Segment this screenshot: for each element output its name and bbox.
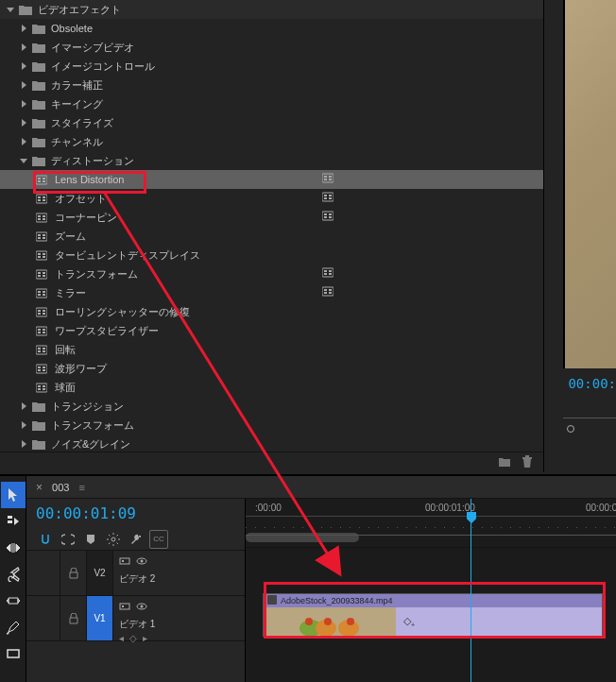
new-bin-icon[interactable] (498, 455, 511, 470)
effects-category-row[interactable]: Obsolete (0, 19, 543, 38)
effects-category-row[interactable]: チャンネル (0, 132, 543, 151)
category-label: チャンネル (51, 135, 103, 149)
svg-rect-5 (322, 174, 334, 182)
clip-thumbnail (264, 607, 396, 637)
close-icon[interactable]: × (36, 481, 43, 494)
category-label: イマーシブビデオ (51, 41, 134, 55)
effects-category-row[interactable]: イメージコントロール (0, 57, 543, 76)
eye-icon[interactable] (136, 601, 147, 614)
svg-rect-33 (43, 234, 45, 236)
effect-preset-icon (36, 250, 49, 261)
monitor-scrubber[interactable] (563, 406, 616, 435)
folder-icon (32, 137, 45, 147)
category-label: イメージコントロール (51, 60, 155, 74)
svg-rect-91 (120, 604, 129, 609)
track-target-toggle[interactable]: V1 (87, 596, 113, 640)
svg-rect-52 (38, 294, 41, 296)
track-header-row: V1 ビデオ 1 ◂◇▸ (26, 596, 245, 641)
svg-rect-67 (38, 332, 41, 333)
effects-category-row[interactable]: カラー補正 (0, 76, 543, 94)
source-patch[interactable] (26, 596, 60, 640)
sequence-name[interactable]: 003 (52, 482, 69, 493)
chevron-right-icon (17, 400, 30, 413)
effects-category-row[interactable]: スタイライズ (0, 113, 543, 132)
gpu-accelerated-icon (322, 173, 335, 186)
trash-icon[interactable] (521, 455, 534, 470)
chevron-right-icon (17, 135, 30, 148)
effects-category-row[interactable]: ディストーション (0, 151, 543, 170)
svg-rect-12 (38, 199, 41, 201)
effect-preset-icon (36, 213, 49, 223)
svg-rect-35 (36, 251, 47, 260)
svg-rect-22 (38, 218, 41, 220)
track-name[interactable]: ビデオ 1 (119, 618, 155, 631)
svg-rect-53 (43, 291, 45, 293)
effects-category-row[interactable]: キーイング (0, 94, 543, 113)
effect-preset-icon (36, 194, 49, 204)
lock-icon[interactable] (60, 596, 87, 640)
track-label-area: ビデオ 1 ◂◇▸ (113, 596, 245, 640)
svg-rect-37 (38, 256, 41, 258)
effect-preset-icon (36, 383, 49, 393)
svg-rect-39 (43, 256, 45, 258)
snap-icon[interactable] (36, 530, 55, 549)
effect-preset-icon (36, 231, 49, 242)
keyframe-nav[interactable]: ◂◇▸ (119, 633, 239, 643)
svg-rect-80 (36, 384, 47, 392)
svg-rect-34 (43, 237, 45, 239)
program-monitor-fragment (563, 0, 616, 368)
rectangle-tool[interactable] (1, 640, 26, 667)
track-select-tool[interactable] (1, 508, 26, 535)
selection-tool[interactable] (1, 482, 26, 508)
panel-menu-icon[interactable]: ≡ (78, 482, 84, 493)
slip-tool[interactable] (1, 588, 26, 614)
svg-rect-10 (36, 195, 47, 203)
svg-rect-60 (36, 308, 47, 316)
svg-point-101 (324, 618, 332, 625)
svg-rect-8 (329, 176, 332, 178)
sync-lock-icon[interactable] (119, 601, 130, 614)
playhead-line (471, 499, 471, 682)
effects-category-row[interactable]: イマーシブビデオ (0, 38, 543, 57)
svg-rect-73 (43, 348, 45, 350)
effect-label: 回転 (55, 343, 76, 357)
svg-point-102 (347, 618, 354, 625)
effect-preset-icon (36, 345, 49, 355)
monitor-timecode[interactable]: 00:00: (568, 376, 616, 391)
svg-rect-75 (36, 365, 47, 373)
ruler-label-2: 00:00:02:00 (586, 503, 616, 513)
svg-rect-82 (38, 388, 41, 390)
svg-line-103 (104, 192, 340, 574)
svg-rect-83 (43, 385, 45, 387)
svg-rect-7 (324, 179, 327, 180)
source-patch[interactable] (26, 551, 60, 595)
svg-rect-85 (8, 650, 19, 657)
chevron-right-icon (17, 116, 30, 129)
chevron-right-icon (17, 437, 30, 451)
effect-item-row[interactable]: Lens Distortion (0, 170, 543, 189)
lock-icon[interactable] (60, 551, 87, 595)
category-label: Obsolete (51, 23, 93, 34)
svg-rect-92 (122, 605, 124, 607)
svg-rect-54 (43, 294, 45, 296)
svg-rect-36 (38, 253, 41, 255)
linked-selection-icon[interactable] (59, 530, 77, 549)
svg-rect-23 (43, 215, 45, 217)
svg-rect-79 (43, 369, 45, 371)
svg-rect-4 (43, 180, 45, 182)
svg-rect-70 (36, 346, 47, 354)
svg-rect-74 (43, 350, 45, 352)
ripple-edit-tool[interactable] (1, 535, 26, 561)
folder-icon (32, 118, 45, 128)
razor-tool[interactable] (1, 561, 26, 588)
effect-label: Lens Distortion (55, 174, 124, 185)
effect-preset-icon (36, 269, 49, 280)
chevron-right-icon (17, 78, 30, 92)
folder-icon (32, 156, 45, 166)
pen-tool[interactable] (1, 614, 26, 640)
svg-rect-78 (43, 367, 45, 368)
svg-rect-68 (43, 329, 45, 331)
effects-root-row[interactable]: ビデオエフェクト (0, 0, 543, 19)
chevron-down-icon (17, 154, 30, 167)
svg-rect-6 (324, 176, 327, 178)
